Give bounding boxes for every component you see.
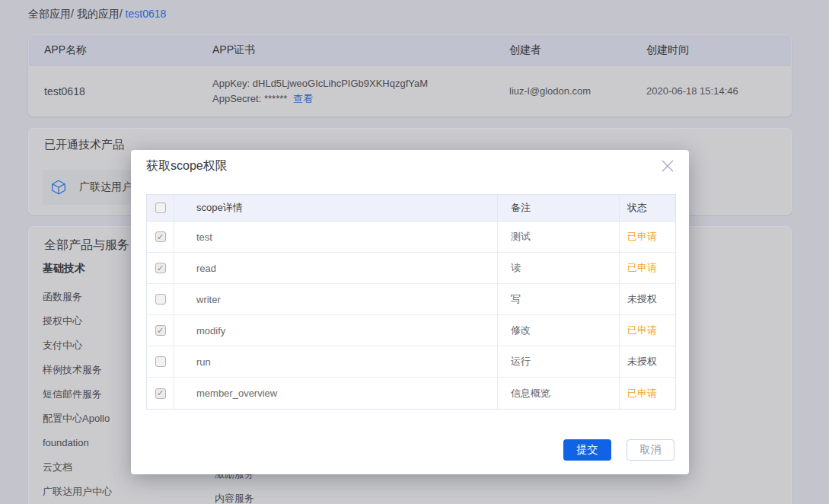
- sidebar-service-item[interactable]: 样例技术服务: [43, 358, 112, 382]
- products-services-title: 全部产品与服务: [44, 238, 129, 254]
- creator-value: liuz-l@glodon.com: [494, 85, 631, 97]
- breadcrumb-my-apps[interactable]: 我的应用/: [77, 8, 123, 20]
- scope-checkbox[interactable]: [155, 263, 166, 273]
- app-cert-cell: AppKey: dHLd5LjweoGIcLihcPIGb9XKHqzgfYaM…: [197, 76, 494, 107]
- scope-remark: 修改: [498, 315, 620, 346]
- scope-table-row: run 运行 未授权: [147, 346, 675, 378]
- app-name-value: test0618: [29, 85, 197, 97]
- app-table-header-cert: APP证书: [197, 43, 494, 57]
- scope-table-row: modify 修改 已申请: [147, 315, 675, 346]
- scope-checkbox-cell: [147, 284, 174, 314]
- service-item-label: 广联达用户中心: [43, 486, 112, 497]
- app-table-row: test0618 AppKey: dHLd5LjweoGIcLihcPIGb9X…: [29, 65, 791, 116]
- scope-status: 未授权: [620, 346, 677, 377]
- scope-name: writer: [174, 284, 498, 314]
- scope-checkbox-cell: [147, 346, 174, 377]
- appsecret-mask: ******: [264, 93, 287, 104]
- scope-status: 已申请: [620, 253, 677, 283]
- scope-table-row: test 测试 已申请: [147, 222, 675, 253]
- service-item-label: 短信邮件服务: [43, 388, 102, 400]
- sidebar-service-item[interactable]: 支付中心: [43, 333, 112, 358]
- app-table-header-row: APP名称 APP证书 创建者 创建时间: [29, 35, 791, 65]
- sidebar-service-item[interactable]: foundation: [43, 431, 112, 455]
- app-info-table: APP名称 APP证书 创建者 创建时间 test0618 AppKey: dH…: [28, 34, 792, 116]
- service-item-label: 函数服务: [43, 291, 82, 302]
- appsecret-label: AppSecret:: [212, 93, 261, 104]
- sidebar-service-item[interactable]: 授权中心: [43, 309, 112, 333]
- service-item-label: 支付中心: [43, 340, 82, 351]
- sidebar-service-item[interactable]: 云文档: [43, 455, 112, 480]
- scope-checkbox-cell: [147, 315, 174, 346]
- cube-icon: [50, 179, 67, 196]
- service-list: 函数服务 授权中心 支付中心 样例技术服务 短信邮件服务 配置中心Apollo …: [43, 285, 112, 504]
- scope-header-remark: 备注: [498, 195, 620, 221]
- view-secret-link[interactable]: 查看: [293, 93, 313, 104]
- service-item-label: 云文档: [43, 461, 72, 473]
- sidebar-service-item[interactable]: 配置中心Apollo: [43, 407, 112, 431]
- scope-permission-modal: 获取scope权限 scope详情 备注 状态 test 测试 已申请: [131, 150, 689, 474]
- scope-checkbox[interactable]: [155, 325, 166, 336]
- scope-header-detail: scope详情: [174, 195, 498, 221]
- appkey-label: AppKey:: [212, 78, 250, 89]
- close-icon[interactable]: [660, 158, 675, 174]
- select-all-cell: [147, 195, 174, 221]
- scope-checkbox-cell: [147, 222, 174, 252]
- scope-name: modify: [174, 315, 498, 346]
- scope-name: test: [174, 222, 498, 252]
- scope-header-status: 状态: [620, 195, 677, 221]
- scope-remark: 信息概览: [498, 378, 620, 409]
- scope-checkbox-cell: [147, 378, 174, 409]
- scope-name: run: [174, 346, 498, 377]
- scope-table-row: read 读 已申请: [147, 253, 675, 284]
- app-table-header-creator: 创建者: [494, 43, 631, 57]
- service-item-label: 配置中心Apollo: [43, 413, 110, 424]
- submit-button[interactable]: 提交: [563, 439, 611, 461]
- scope-remark: 测试: [498, 222, 620, 252]
- sidebar-service-item[interactable]: 短信邮件服务: [43, 382, 112, 407]
- created-time-value: 2020-06-18 15:14:46: [631, 85, 791, 97]
- scope-status: 未授权: [620, 284, 677, 314]
- service-item-label: 样例技术服务: [43, 364, 102, 375]
- scope-checkbox-cell: [147, 253, 174, 283]
- select-all-checkbox[interactable]: [155, 203, 166, 213]
- scope-table-row: member_overview 信息概览 已申请: [147, 378, 675, 409]
- scope-checkbox[interactable]: [155, 294, 166, 305]
- sidebar-service-item[interactable]: 广联达用户中心: [43, 480, 112, 504]
- opened-products-title: 已开通技术产品: [44, 138, 124, 152]
- appkey-line: AppKey: dHLd5LjweoGIcLihcPIGb9XKHqzgfYaM: [212, 76, 494, 91]
- scope-status: 已申请: [620, 315, 677, 346]
- scope-status: 已申请: [620, 222, 677, 252]
- scope-checkbox[interactable]: [155, 388, 166, 399]
- modal-title: 获取scope权限: [146, 158, 228, 174]
- scope-name: read: [174, 253, 498, 283]
- app-table-header-created: 创建时间: [631, 43, 791, 57]
- scope-remark: 运行: [498, 346, 620, 377]
- cancel-button[interactable]: 取消: [627, 439, 674, 461]
- category-basic-tech[interactable]: 基础技术: [43, 262, 85, 276]
- scope-table: scope详情 备注 状态 test 测试 已申请 read 读 已申请: [146, 194, 676, 410]
- appkey-value: dHLd5LjweoGIcLihcPIGb9XKHqzgfYaM: [253, 78, 428, 89]
- breadcrumb-current-app[interactable]: test0618: [126, 8, 167, 20]
- scope-remark: 读: [498, 253, 620, 283]
- breadcrumb: 全部应用/ 我的应用/ test0618: [28, 8, 166, 21]
- scope-remark: 写: [498, 284, 620, 314]
- scope-checkbox[interactable]: [155, 231, 166, 242]
- sidebar-service-item[interactable]: 函数服务: [43, 285, 112, 309]
- scope-table-header-row: scope详情 备注 状态: [147, 195, 675, 222]
- sidebar-service-item[interactable]: 内容服务: [215, 492, 254, 504]
- breadcrumb-all-apps[interactable]: 全部应用/: [28, 8, 74, 20]
- appsecret-line: AppSecret: ****** 查看: [212, 91, 494, 107]
- service-item-label: 授权中心: [43, 315, 82, 327]
- scope-name: member_overview: [174, 378, 498, 409]
- service-item-label: foundation: [43, 437, 89, 448]
- scope-status: 已申请: [620, 378, 677, 409]
- app-table-header-name: APP名称: [29, 43, 197, 57]
- scope-checkbox[interactable]: [155, 356, 166, 367]
- scope-table-row: writer 写 未授权: [147, 284, 675, 315]
- opened-product-label: 广联达用户: [79, 180, 132, 194]
